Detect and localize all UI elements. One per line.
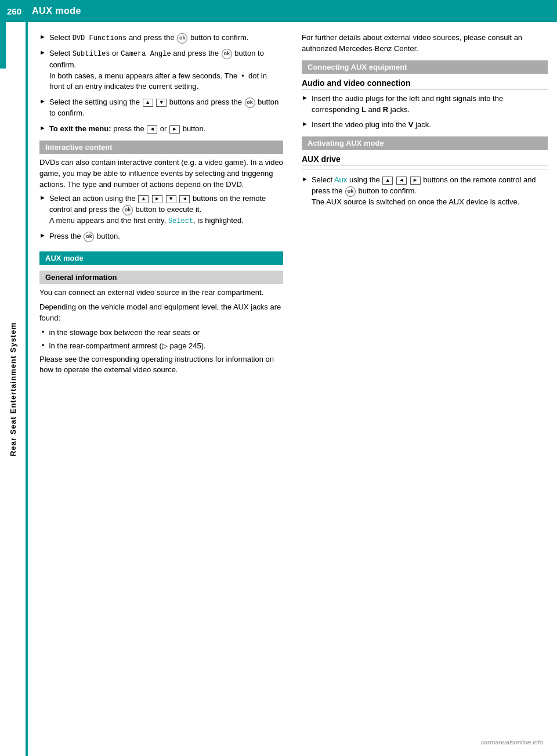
- arrow-content-4: To exit the menu: press the ◄ or ► butto…: [49, 124, 283, 135]
- intro-text: For further details about external video…: [302, 33, 548, 55]
- connecting-aux-header: Connecting AUX equipment: [302, 60, 548, 74]
- back-btn-icon: ◄: [147, 125, 157, 134]
- bullet-icon-1: •: [42, 327, 45, 336]
- arrow-icon-6: ►: [39, 232, 46, 239]
- up-btn-icon-2: ▲: [138, 195, 149, 203]
- header-bar: 260 AUX mode: [0, 0, 557, 22]
- general-info-para3: Please see the corresponding operating i…: [39, 354, 283, 376]
- arrow-icon-4: ►: [39, 124, 46, 131]
- arrow-item-3: ► Select the setting using the ▲ ▼ butto…: [39, 97, 283, 119]
- arrow-icon-5: ►: [39, 194, 46, 201]
- forward-btn-icon: ►: [169, 125, 180, 134]
- camera-angle-code: Camera Angle: [121, 50, 171, 58]
- interactive-content-header: Interactive content: [39, 141, 283, 154]
- bullet-item-1: • in the stowage box between the rear se…: [39, 327, 283, 339]
- aux-mode-section-header: AUX mode: [39, 251, 283, 265]
- right-btn-icon-2: ►: [152, 195, 162, 203]
- arrow-content-5: Select an action using the ▲ ► ▼ ◄ butto…: [49, 193, 283, 226]
- arrow-content-r2: Insert the video plug into the V jack.: [312, 120, 548, 131]
- arrow-icon-1: ►: [39, 33, 46, 40]
- dvd-functions-code: DVD Functions: [73, 34, 127, 42]
- arrow-item-5: ► Select an action using the ▲ ► ▼ ◄ but…: [39, 193, 283, 226]
- R-label: R: [383, 105, 388, 114]
- header-title: AUX mode: [32, 6, 81, 16]
- up-btn-icon: ▲: [143, 99, 153, 107]
- ok-button-icon-1: ok: [177, 33, 187, 44]
- aux-label: Aux: [334, 175, 347, 184]
- left-btn-icon-2: ◄: [179, 195, 190, 203]
- arrow-item-1: ► Select DVD Functions and press the ok …: [39, 33, 283, 44]
- arrow-content-6: Press the ok button.: [49, 231, 283, 242]
- arrow-icon-r2: ►: [302, 120, 308, 127]
- down-btn-icon-2: ▼: [166, 195, 176, 203]
- bullet-item-2: • in the rear-compartment armrest (▷ pag…: [39, 341, 283, 352]
- arrow-item-r3: ► Select Aux using the ▲ ◄ ► buttons on …: [302, 175, 548, 208]
- arrow-content-2: Select Subtitles or Camera Angle and pre…: [49, 48, 283, 92]
- interactive-content-body: DVDs can also contain interactive conten…: [39, 157, 283, 190]
- right-column: For further details about external video…: [297, 33, 548, 379]
- up-btn-icon-r: ▲: [382, 177, 393, 185]
- arrow-content-1: Select DVD Functions and press the ok bu…: [49, 33, 283, 44]
- bullet-icon-2: •: [42, 341, 45, 350]
- sidebar-accent: [0, 22, 6, 69]
- arrow-item-4: ► To exit the menu: press the ◄ or ► but…: [39, 124, 283, 135]
- ok-button-icon-5: ok: [84, 232, 94, 242]
- sidebar-label: Rear Seat Entertainment System: [9, 322, 17, 456]
- arrow-item-2: ► Select Subtitles or Camera Angle and p…: [39, 48, 283, 92]
- bullet-text-2: in the rear-compartment armrest (▷ page …: [49, 341, 283, 352]
- subtitles-code: Subtitles: [73, 50, 110, 58]
- down-btn-icon: ▼: [156, 99, 167, 107]
- arrow-content-r1: Insert the audio plugs for the left and …: [312, 93, 548, 116]
- L-label: L: [361, 105, 366, 114]
- aux-drive-divider: [302, 170, 548, 170]
- ok-button-icon-r: ok: [345, 186, 356, 197]
- general-info-para2: Depending on the vehicle model and equip…: [39, 302, 283, 324]
- arrow-item-r1: ► Insert the audio plugs for the left an…: [302, 93, 548, 116]
- audio-video-title: Audio and video connection: [302, 78, 548, 90]
- activating-aux-header: Activating AUX mode: [302, 136, 548, 150]
- page-number: 260: [7, 6, 21, 16]
- bullet-text-1: in the stowage box between the rear seat…: [49, 327, 283, 339]
- select-code: Select: [168, 217, 193, 225]
- general-info-para1: You can connect an external video source…: [39, 287, 283, 298]
- V-label: V: [408, 120, 414, 129]
- left-btn-icon-r: ◄: [396, 177, 407, 185]
- aux-drive-title: AUX drive: [302, 154, 548, 166]
- right-btn-icon-r: ►: [410, 177, 421, 185]
- main-content: ► Select DVD Functions and press the ok …: [30, 22, 557, 390]
- arrow-icon-3: ►: [39, 98, 46, 105]
- sidebar: Rear Seat Entertainment System: [0, 22, 28, 756]
- ok-button-icon-3: ok: [245, 98, 255, 108]
- arrow-icon-2: ►: [39, 49, 46, 56]
- ok-button-icon-4: ok: [122, 205, 133, 215]
- arrow-icon-r1: ►: [302, 94, 308, 101]
- arrow-content-3: Select the setting using the ▲ ▼ buttons…: [49, 97, 283, 119]
- arrow-icon-r3: ►: [302, 175, 308, 182]
- watermark: carmanualsonline.info: [481, 739, 543, 746]
- general-info-header: General information: [39, 271, 283, 284]
- arrow-item-r2: ► Insert the video plug into the V jack.: [302, 120, 548, 131]
- exit-menu-label: To exit the menu:: [49, 124, 111, 133]
- ok-button-icon-2: ok: [222, 49, 232, 59]
- left-column: ► Select DVD Functions and press the ok …: [39, 33, 283, 379]
- arrow-content-r3: Select Aux using the ▲ ◄ ► buttons on th…: [312, 175, 548, 208]
- arrow-item-6: ► Press the ok button.: [39, 231, 283, 242]
